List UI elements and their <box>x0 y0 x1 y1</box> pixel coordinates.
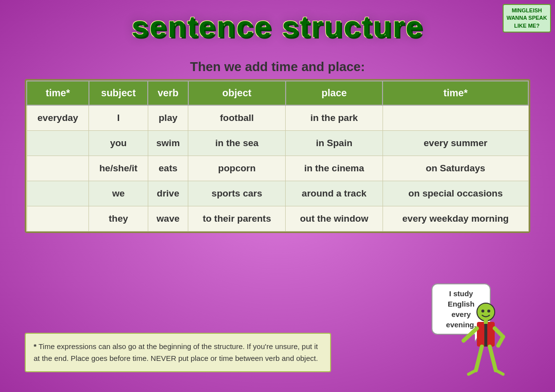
table-row: everydayIplayfootballin the park <box>27 105 528 131</box>
cell-r2-c5: on Saturdays <box>383 156 528 181</box>
cell-r3-c0 <box>27 181 89 206</box>
cell-r3-c3: sports cars <box>188 181 286 206</box>
cell-r4-c0 <box>27 206 89 232</box>
svg-point-0 <box>477 303 495 321</box>
svg-line-10 <box>490 347 496 370</box>
character-area: I study English every evening. <box>427 283 525 382</box>
cell-r2-c1: he/she/it <box>89 156 148 181</box>
cell-r3-c5: on special occasions <box>383 181 528 206</box>
table-row: youswimin the seain Spainevery summer <box>27 131 528 156</box>
subtitle: Then we add time and place: <box>0 59 555 75</box>
note-star: * <box>34 342 39 351</box>
cell-r0-c1: I <box>89 105 148 131</box>
cell-r1-c4: in Spain <box>286 131 383 156</box>
col-header-verb: verb <box>148 81 188 105</box>
svg-line-8 <box>498 337 503 346</box>
table-row: wedrivesports carsaround a trackon speci… <box>27 181 528 206</box>
sentence-table-container: time* subject verb object place time* ev… <box>25 79 530 233</box>
cell-r2-c4: in the cinema <box>286 156 383 181</box>
cell-r0-c5 <box>383 105 528 131</box>
table-body: everydayIplayfootballin the parkyouswimi… <box>27 105 528 232</box>
cell-r3-c1: we <box>89 181 148 206</box>
cell-r4-c4: out the window <box>286 206 383 232</box>
col-header-subject: subject <box>89 81 148 105</box>
sentence-table: time* subject verb object place time* ev… <box>26 80 529 232</box>
note-box: * Time expressions can also go at the be… <box>25 333 331 372</box>
col-header-object: object <box>188 81 286 105</box>
cell-r4-c1: they <box>89 206 148 232</box>
col-header-place: place <box>286 81 383 105</box>
cell-r1-c0 <box>27 131 89 156</box>
cell-r1-c5: every summer <box>383 131 528 156</box>
cell-r0-c4: in the park <box>286 105 383 131</box>
cell-r2-c0 <box>27 156 89 181</box>
cell-r0-c0: everyday <box>27 105 89 131</box>
cell-r4-c5: every weekday morning <box>383 206 528 232</box>
col-header-time2: time* <box>383 81 528 105</box>
cell-r0-c2: play <box>148 105 188 131</box>
table-row: he/she/iteatspopcornin the cinemaon Satu… <box>27 156 528 181</box>
svg-point-2 <box>487 310 490 313</box>
col-header-time1: time* <box>27 81 89 105</box>
cell-r2-c3: popcorn <box>188 156 286 181</box>
svg-rect-5 <box>484 320 488 324</box>
stick-figure <box>456 301 515 382</box>
cell-r1-c3: in the sea <box>188 131 286 156</box>
svg-rect-4 <box>484 322 487 347</box>
cell-r0-c3: football <box>188 105 286 131</box>
svg-line-12 <box>496 370 503 374</box>
stick-figure-svg <box>456 301 515 380</box>
cell-r3-c2: drive <box>148 181 188 206</box>
note-text: Time expressions can also go at the begi… <box>34 342 318 362</box>
cell-r4-c3: to their parents <box>188 206 286 232</box>
table-header-row: time* subject verb object place time* <box>27 81 528 105</box>
svg-line-11 <box>469 370 476 374</box>
cell-r4-c2: wave <box>148 206 188 232</box>
cell-r1-c1: you <box>89 131 148 156</box>
cell-r3-c4: around a track <box>286 181 383 206</box>
cell-r1-c2: swim <box>148 131 188 156</box>
svg-line-6 <box>464 328 477 341</box>
cell-r2-c2: eats <box>148 156 188 181</box>
svg-line-9 <box>476 347 482 370</box>
svg-point-1 <box>481 310 484 313</box>
table-row: theywaveto their parentsout the windowev… <box>27 206 528 232</box>
page-title: sentence structure <box>0 9 555 44</box>
